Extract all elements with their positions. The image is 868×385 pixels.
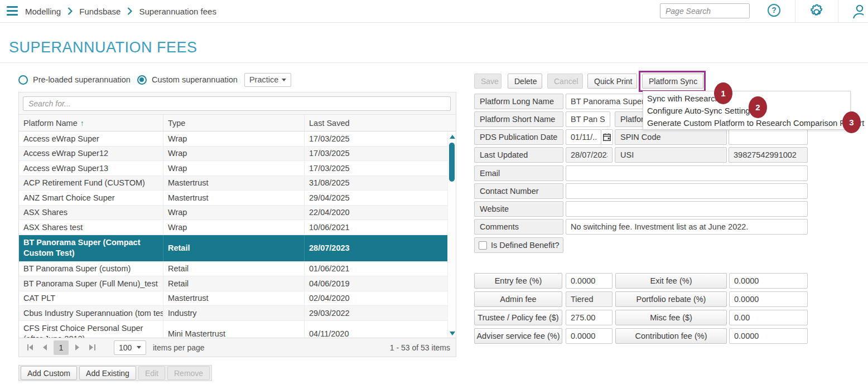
table-row[interactable]: Access eWrap Super12Wrap17/03/2025 bbox=[19, 147, 456, 162]
radio-preloaded-label[interactable]: Pre-loaded superannuation bbox=[33, 75, 131, 84]
next-page-button[interactable] bbox=[70, 340, 85, 355]
pager: 1 100 items per page 1 - 53 of 53 items bbox=[19, 338, 456, 357]
fee-value-input[interactable]: 0.00 bbox=[729, 310, 808, 325]
table-row[interactable]: BT Panorama Super (custom)Retail01/06/20… bbox=[19, 262, 456, 277]
table-row[interactable]: CFS First Choice Personal Super (after J… bbox=[19, 321, 456, 339]
fee-value-input[interactable]: 0.0000 bbox=[566, 328, 613, 344]
quick-print-button[interactable]: Quick Print bbox=[587, 74, 637, 89]
page-size-dropdown[interactable]: 100 bbox=[114, 340, 146, 355]
platform-short-name-input[interactable] bbox=[566, 111, 610, 127]
save-button[interactable]: Save bbox=[474, 74, 501, 89]
website-input[interactable] bbox=[566, 201, 808, 217]
table-row[interactable]: CAT PLTMastertrust02/04/2020 bbox=[19, 291, 456, 306]
sort-asc-icon: ↑ bbox=[80, 119, 84, 128]
column-header-platform-name[interactable]: Platform Name ↑ bbox=[19, 115, 163, 131]
table-row[interactable]: BT Panorama Super (Compact Custom Test)R… bbox=[19, 235, 456, 262]
menu-item-generate-comparison-report[interactable]: Generate Custom Platform to Research Com… bbox=[643, 117, 850, 129]
grid-search-input[interactable] bbox=[23, 96, 451, 111]
contact-number-input[interactable] bbox=[566, 183, 808, 199]
delete-button[interactable]: Delete bbox=[508, 74, 542, 89]
fee-value-input[interactable]: 0.0000 bbox=[729, 328, 808, 344]
scroll-up-icon[interactable] bbox=[450, 135, 455, 139]
last-saved-cell: 04/11/2020 bbox=[305, 321, 449, 339]
breadcrumb-modelling[interactable]: Modelling bbox=[25, 7, 61, 16]
chevron-down-icon bbox=[137, 346, 141, 349]
previous-page-button[interactable] bbox=[37, 340, 52, 355]
help-icon[interactable]: ? bbox=[768, 4, 780, 17]
menu-item-configure-auto-sync[interactable]: Configure Auto-Sync Settings bbox=[643, 105, 850, 117]
scope-dropdown[interactable]: Practice bbox=[244, 73, 291, 87]
platform-sync-menu: Sync with Research Configure Auto-Sync S… bbox=[643, 91, 851, 130]
chevron-down-icon bbox=[282, 79, 286, 81]
fee-label-button[interactable]: Misc fee ($) bbox=[615, 310, 727, 325]
breadcrumb: Modelling Fundsbase Superannuation fees bbox=[25, 0, 216, 22]
pds-publication-date-input[interactable] bbox=[566, 129, 601, 145]
platform-name-cell: BT Panorama Super (Compact Custom Test) bbox=[19, 235, 163, 261]
radio-custom-label[interactable]: Custom superannuation bbox=[152, 75, 238, 84]
cancel-button[interactable]: Cancel bbox=[547, 74, 583, 89]
table-row[interactable]: Access eWrap SuperWrap17/03/2025 bbox=[19, 131, 456, 147]
scrollbar-thumb[interactable] bbox=[449, 143, 455, 182]
pds-publication-date-label: PDS Publication Date bbox=[474, 129, 563, 145]
last-saved-cell: 17/03/2025 bbox=[305, 131, 449, 146]
type-cell: Mastertrust bbox=[163, 291, 305, 306]
defined-benefit-checkbox[interactable] bbox=[479, 241, 487, 250]
column-header-type[interactable]: Type bbox=[163, 115, 305, 131]
add-existing-button[interactable]: Add Existing bbox=[79, 366, 136, 380]
type-cell: Wrap bbox=[163, 131, 305, 146]
fee-label-button[interactable]: Admin fee bbox=[474, 291, 562, 307]
gear-icon[interactable] bbox=[808, 3, 823, 18]
add-custom-button[interactable]: Add Custom bbox=[21, 366, 77, 380]
fee-label-button[interactable]: Portfolio rebate (%) bbox=[615, 291, 727, 307]
table-row[interactable]: Cbus Industry Superannuation (tom test)I… bbox=[19, 306, 456, 321]
remove-button[interactable]: Remove bbox=[167, 366, 210, 380]
column-header-last-saved[interactable]: Last Saved bbox=[305, 115, 449, 131]
fee-label-button[interactable]: Entry fee (%) bbox=[474, 273, 562, 289]
platform-name-cell: CAT PLT bbox=[19, 291, 163, 306]
first-page-button[interactable] bbox=[23, 340, 37, 355]
calendar-icon[interactable] bbox=[601, 129, 613, 145]
fee-value-input[interactable]: 275.00 bbox=[566, 310, 613, 325]
last-page-button[interactable] bbox=[85, 340, 99, 355]
table-row[interactable]: Access eWrap Super13Wrap17/03/2025 bbox=[19, 161, 456, 176]
vertical-scrollbar[interactable] bbox=[447, 131, 456, 339]
fee-value-input[interactable]: Tiered bbox=[566, 291, 613, 307]
table-row[interactable]: ANZ Smart Choice SuperMastertrust29/04/2… bbox=[19, 191, 456, 206]
usi-value bbox=[729, 147, 808, 163]
menu-item-sync-with-research[interactable]: Sync with Research bbox=[643, 92, 850, 105]
platform-name-cell: Access eWrap Super bbox=[19, 131, 163, 146]
type-cell: Industry bbox=[163, 306, 305, 320]
radio-custom-superannuation[interactable] bbox=[137, 75, 147, 85]
table-row[interactable]: ACP Retirement Fund (CUSTOM)Mastertrust3… bbox=[19, 176, 456, 191]
type-cell: Mini Mastertrust bbox=[163, 321, 305, 339]
last-saved-cell: 01/06/2021 bbox=[305, 262, 449, 276]
platform-sync-button[interactable]: Platform Sync bbox=[642, 74, 703, 89]
scroll-down-icon[interactable] bbox=[450, 332, 455, 335]
fee-label-button[interactable]: Contribution fee (%) bbox=[615, 328, 727, 344]
page-search-input[interactable] bbox=[660, 3, 750, 18]
table-row[interactable]: BT Panorama Super (Full Menu)_testRetail… bbox=[19, 276, 456, 291]
comments-input[interactable] bbox=[566, 219, 808, 235]
divider bbox=[0, 62, 868, 63]
email-input[interactable] bbox=[566, 165, 808, 181]
current-page-button[interactable]: 1 bbox=[54, 340, 69, 355]
edit-button[interactable]: Edit bbox=[138, 366, 165, 380]
fee-label-button[interactable]: Exit fee (%) bbox=[615, 273, 727, 289]
table-row[interactable]: ASX Shares testWrap10/06/2021 bbox=[19, 220, 456, 235]
scope-dropdown-value: Practice bbox=[249, 75, 278, 84]
fee-value-input[interactable]: 0.0000 bbox=[566, 273, 613, 289]
radio-preloaded-superannuation[interactable] bbox=[18, 75, 28, 85]
fee-value-input[interactable]: 0.0000 bbox=[729, 273, 808, 289]
last-saved-cell: 29/03/2022 bbox=[305, 306, 449, 320]
spin-code-input[interactable] bbox=[729, 129, 808, 145]
fee-label-button[interactable]: Trustee / Policy fee ($) bbox=[474, 310, 562, 325]
hamburger-menu-icon[interactable] bbox=[7, 6, 18, 16]
fee-label-button[interactable]: Adviser service fee (%) bbox=[474, 328, 562, 344]
defined-benefit-field: Is Defined Benefit? bbox=[474, 237, 563, 253]
table-row[interactable]: ASX SharesWrap22/04/2020 bbox=[19, 206, 456, 221]
person-icon[interactable] bbox=[850, 3, 864, 19]
comments-label: Comments bbox=[474, 219, 563, 235]
breadcrumb-fundsbase[interactable]: Fundsbase bbox=[79, 7, 120, 16]
fee-value-input[interactable]: 0.0000 bbox=[729, 291, 808, 307]
defined-benefit-label: Is Defined Benefit? bbox=[491, 241, 560, 250]
